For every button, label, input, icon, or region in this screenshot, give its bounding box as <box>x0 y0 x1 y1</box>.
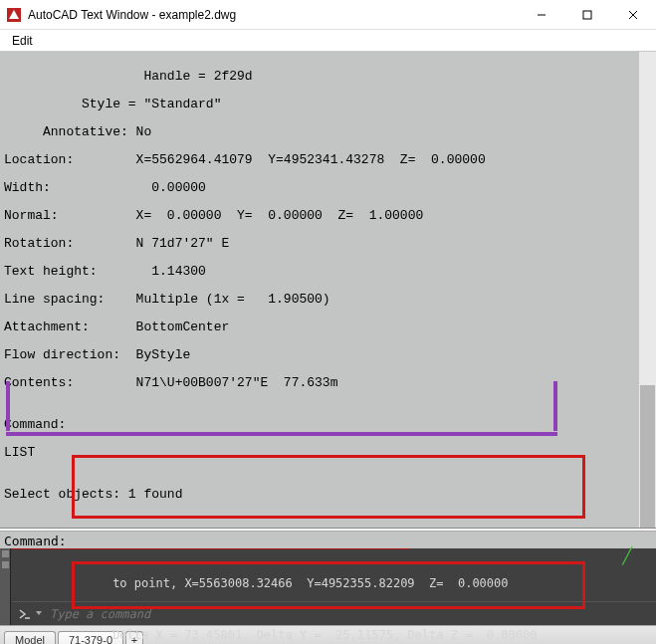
command-label: Command: <box>4 534 67 548</box>
scrollbar-thumb[interactable] <box>640 385 655 528</box>
hist-line: Delta X = 73.45801, Delta Y = 25.11575, … <box>12 629 656 642</box>
out-line: Style = "Standard" <box>4 98 652 111</box>
out-line: Width: 0.00000 <box>4 181 652 195</box>
minimize-icon <box>537 10 547 20</box>
command-input[interactable] <box>40 607 656 621</box>
menubar: Edit <box>0 30 656 52</box>
command-label-row: Command: <box>0 531 656 548</box>
out-line: Rotation: N 71d7'27" E <box>4 237 652 251</box>
out-line: Handle = 2f29d <box>4 70 652 84</box>
minimize-button[interactable] <box>519 0 564 29</box>
menu-edit[interactable]: Edit <box>6 32 39 50</box>
out-line: Annotative: No <box>4 125 652 139</box>
out-line: Normal: X= 0.00000 Y= 0.00000 Z= 1.00000 <box>4 209 652 223</box>
maximize-icon <box>582 10 592 20</box>
out-line: Text height: 1.14300 <box>4 265 652 279</box>
svg-rect-2 <box>583 11 591 19</box>
window-title: AutoCAD Text Window - example2.dwg <box>28 8 519 22</box>
out-line: Select objects: 1 found <box>4 488 652 502</box>
commandline-panel: to point, X=5563008.32466 Y=4952355.8220… <box>0 548 656 625</box>
out-line: LIST <box>4 446 652 460</box>
text-output-area[interactable]: Handle = 2f29d Style = "Standard" Annota… <box>0 52 656 528</box>
out-line: Line spacing: Multiple (1x = 1.90500) <box>4 293 652 307</box>
command-history[interactable]: to point, X=5563008.32466 Y=4952355.8220… <box>12 548 656 598</box>
out-line: Location: X=5562964.41079 Y=4952341.4327… <box>4 153 652 167</box>
window-controls <box>519 0 656 29</box>
out-line: Flow direction: ByStyle <box>4 348 652 362</box>
command-prompt-icon[interactable] <box>16 605 34 623</box>
hist-line: to point, X=5563008.32466 Y=4952355.8220… <box>12 577 656 590</box>
command-input-row <box>12 601 656 625</box>
maximize-button[interactable] <box>564 0 610 29</box>
close-icon <box>628 10 638 20</box>
annotation-purple-left <box>6 381 10 431</box>
annotation-purple-bottom <box>6 432 557 436</box>
scrollbar-track[interactable] <box>639 52 656 528</box>
annotation-green-line: ╱ <box>622 549 632 562</box>
close-button[interactable] <box>610 0 656 29</box>
out-line: Attachment: BottomCenter <box>4 321 652 334</box>
commandline-sidebar[interactable] <box>0 548 11 625</box>
annotation-red-line <box>12 548 410 550</box>
titlebar: AutoCAD Text Window - example2.dwg <box>0 0 656 30</box>
sidebar-grip-icon <box>2 561 9 568</box>
annotation-purple-right <box>553 381 557 431</box>
sidebar-grip-icon <box>2 550 9 557</box>
autocad-app-icon <box>6 7 22 23</box>
chevron-down-icon <box>36 611 42 615</box>
